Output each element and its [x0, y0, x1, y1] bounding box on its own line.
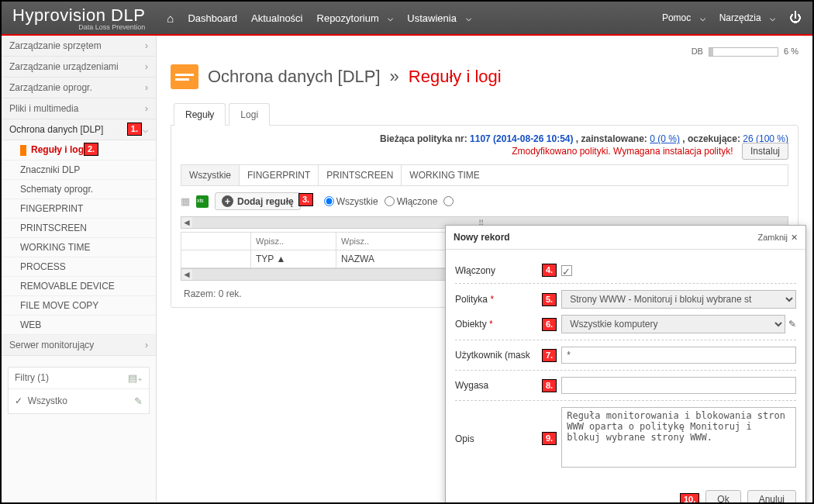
sb-software[interactable]: Zarządzanie oprogr.›: [2, 78, 156, 98]
sb-removable[interactable]: REMOVABLE DEVICE: [2, 277, 156, 296]
nav-dashboard[interactable]: Dashboard: [188, 12, 237, 25]
policy-installed-link[interactable]: 0 (0 %): [650, 133, 680, 144]
filters-row[interactable]: ✓ Wszystko ✎: [9, 389, 149, 413]
enabled-checkbox[interactable]: [561, 265, 572, 276]
sb-fingerprint[interactable]: FINGERPRINT: [2, 199, 156, 219]
sb-devices[interactable]: Zarządzanie urządzeniami›: [2, 57, 156, 78]
itab-worktime[interactable]: WORKING TIME: [402, 165, 487, 185]
itab-printscreen[interactable]: PRINTSCREEN: [319, 165, 402, 185]
policy-line: Bieżąca polityka nr: 1107 (2014-08-26 10…: [171, 126, 798, 146]
radio-extra[interactable]: [443, 196, 454, 206]
radio-on-label: Włączone: [397, 196, 438, 207]
edit-filter-icon[interactable]: ✎: [134, 395, 143, 407]
cancel-button[interactable]: Anuluj: [747, 490, 796, 504]
callout-6: 6.: [542, 318, 557, 331]
policy-select[interactable]: Strony WWW - Monitoruj i blokuj wybrane …: [561, 290, 796, 309]
sb-server[interactable]: Serwer monitorujący›: [2, 335, 156, 356]
callout-2: 2.: [84, 143, 98, 156]
tab-rules[interactable]: Reguły: [174, 103, 226, 126]
sb-software-label: Zarządzanie oprogr.: [9, 82, 92, 93]
sb-dlp[interactable]: Ochrona danych [DLP]⌵ 1.: [2, 119, 156, 140]
callout-10: 10.: [680, 493, 699, 505]
row-policy: Polityka * 5. Strony WWW - Monitoruj i b…: [455, 290, 796, 309]
filters-head: Filtry (1) ▤₊: [9, 368, 149, 389]
modal-title: Nowy rekord: [454, 232, 510, 243]
sb-process[interactable]: PROCESS: [2, 257, 156, 277]
toolbar: ▦ + Dodaj regułę 3. Wszystkie Włączone: [171, 186, 798, 216]
sb-web[interactable]: WEB: [2, 316, 156, 335]
policy-prefix: Bieżąca polityka nr:: [380, 133, 467, 144]
outer-tabs: Reguły Logi: [171, 103, 798, 125]
page-title-a: Ochrona danych [DLP]: [208, 67, 381, 87]
nav-repo[interactable]: Repozytorium: [317, 12, 394, 25]
nav-news[interactable]: Aktualności: [251, 12, 302, 25]
sb-hardware[interactable]: Zarządzanie sprzętem›: [2, 36, 156, 57]
callout-8: 8.: [542, 379, 557, 392]
warn-line: Zmodyfikowano polityki. Wymagana instala…: [171, 146, 798, 164]
edit-objects-icon[interactable]: ✎: [788, 319, 796, 330]
col-type-label: TYP: [256, 254, 274, 264]
filters-title: Filtry (1): [15, 372, 49, 384]
modal-close-button[interactable]: Zamknij ✕: [757, 233, 798, 243]
nav-tools-label: Narzędzia: [719, 12, 761, 23]
power-icon[interactable]: ⏻: [789, 11, 802, 25]
nav-settings-label: Ustawienia: [407, 12, 457, 24]
lbl-policy: Polityka *: [455, 294, 542, 305]
sb-schemas[interactable]: Schematy oprogr.: [2, 180, 156, 199]
sb-rules[interactable]: Reguły i logi 2.: [2, 140, 156, 161]
sb-media[interactable]: Pliki i multimedia›: [2, 98, 156, 119]
add-filter-icon[interactable]: ▤₊: [128, 372, 143, 384]
nav-left: ⌂ Dashboard Aktualności Repozytorium Ust…: [167, 12, 471, 25]
policy-num: 1107 (2014-08-26 10:54): [470, 133, 573, 144]
row-objects: Obiekty * 6. Wszystkie komputery ✎: [455, 315, 796, 340]
sb-media-label: Pliki i multimedia: [9, 103, 78, 114]
topbar: Hyprovision DLP Data Loss Prevention ⌂ D…: [2, 2, 812, 36]
db-bar-fill: [709, 48, 713, 56]
row-expires: Wygasa 8.: [455, 377, 796, 401]
col-type[interactable]: TYP ▲: [251, 250, 336, 268]
nav-settings[interactable]: Ustawienia: [407, 12, 471, 25]
install-button[interactable]: Instaluj: [742, 143, 788, 160]
add-rule-button[interactable]: + Dodaj regułę: [215, 192, 301, 210]
sb-filemove[interactable]: FILE MOVE COPY: [2, 296, 156, 316]
sb-worktime[interactable]: WORKING TIME: [2, 238, 156, 257]
sb-rules-label: Reguły i logi: [31, 144, 86, 155]
objects-select[interactable]: Wszystkie komputery: [561, 315, 785, 333]
modal-body: Włączony 4. Polityka * 5. Strony WWW - M…: [446, 250, 805, 482]
usermask-input[interactable]: [561, 347, 796, 364]
sb-hardware-label: Zarządzanie sprzętem: [9, 40, 102, 51]
chevron-down-icon: ⌵: [143, 124, 148, 135]
xls-icon[interactable]: [196, 195, 209, 208]
logo-sub: Data Loss Prevention: [12, 24, 145, 30]
filters-all-label: Wszystko: [28, 395, 67, 406]
radio-all[interactable]: Wszystkie: [324, 196, 378, 207]
policy-installed-lbl: , zainstalowane:: [576, 133, 647, 144]
modal-new-record: Nowy rekord Zamknij ✕ Włączony 4. Polity…: [445, 225, 806, 504]
sb-markers[interactable]: Znaczniki DLP: [2, 161, 156, 180]
tab-logs[interactable]: Logi: [229, 103, 270, 126]
nav-help[interactable]: Pomoc: [662, 12, 705, 23]
close-icon: ✕: [791, 233, 798, 243]
filter-type-input[interactable]: [256, 236, 331, 246]
home-icon[interactable]: ⌂: [167, 12, 174, 25]
row-usermask: Użytkownik (mask 7.: [455, 347, 796, 371]
policy-warn: Zmodyfikowano polityki. Wymagana instala…: [512, 146, 733, 157]
expires-input[interactable]: [561, 377, 796, 394]
grid-view-icon[interactable]: ▦: [181, 195, 190, 207]
radio-on[interactable]: Włączone: [385, 196, 438, 207]
lbl-expires: Wygasa: [455, 380, 542, 391]
sb-printscreen[interactable]: PRINTSCREEN: [2, 219, 156, 238]
nav-tools[interactable]: Narzędzia: [719, 12, 775, 23]
radio-all-label: Wszystkie: [336, 196, 378, 207]
lbl-desc: Opis: [455, 433, 542, 444]
sb-dlp-label: Ochrona danych [DLP]: [9, 124, 103, 135]
lbl-objects: Obiekty *: [455, 319, 542, 330]
chevron-right-icon: ›: [145, 82, 148, 93]
desc-textarea[interactable]: Reguła monitorowania i blokowania stron …: [561, 407, 796, 468]
row-desc: Opis 9. Reguła monitorowania i blokowani…: [455, 407, 796, 470]
itab-all[interactable]: Wszystkie: [181, 165, 240, 185]
ok-button[interactable]: Ok: [705, 490, 740, 504]
itab-fingerprint[interactable]: FINGERPRINT: [240, 165, 319, 185]
db-status: DB 6 %: [171, 47, 798, 57]
nav-help-label: Pomoc: [662, 12, 691, 23]
